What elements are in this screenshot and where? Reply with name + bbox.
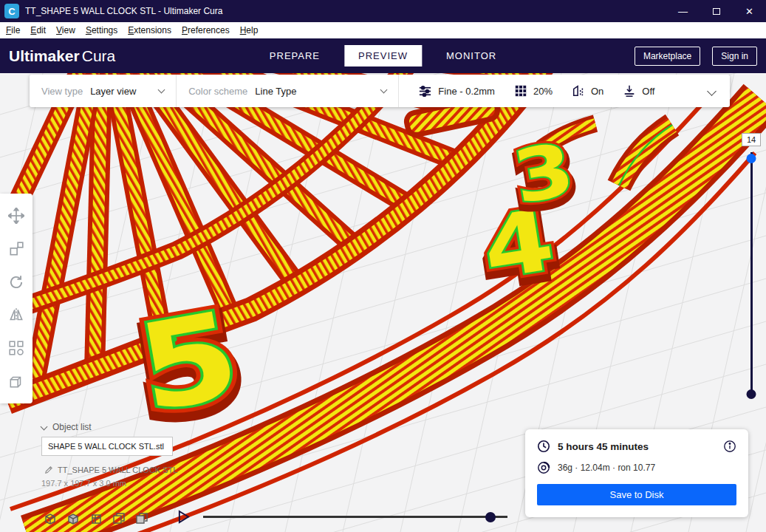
toolbar-divider [176,75,177,107]
menu-view[interactable]: View [51,25,81,35]
print-summary-card: 5 hours 45 minutes 36g · 12.04m · ron 10… [525,429,748,517]
view-type-value: Layer view [90,86,136,97]
color-scheme-dropdown[interactable]: Line Type [255,86,386,97]
window-controls: — ✕ [666,0,766,22]
menu-settings[interactable]: Settings [81,25,123,35]
model-cube-icon-1[interactable] [43,511,58,526]
model-copy-icon-2[interactable] [134,511,149,526]
object-list-item[interactable]: SHAPE 5 WALL CLOCK STL.stl [41,437,173,456]
menu-edit[interactable]: Edit [25,25,51,35]
pencil-icon[interactable] [44,466,53,474]
infill-value: 20% [533,86,553,97]
view-options-toolbar: View type Layer view Color scheme Line T… [30,75,730,107]
toolbar-divider [398,75,399,107]
model-tools-panel [0,194,33,403]
marketplace-button[interactable]: Marketplace [635,47,700,66]
infill-icon [514,84,527,98]
support-setting[interactable]: On [572,84,603,98]
rotate-tool-button[interactable] [8,274,24,290]
model-cube-icon-2[interactable] [66,511,81,526]
app-logo: UltimakerCura [9,47,115,65]
stage-tabs: PREPARE PREVIEW MONITOR [256,45,510,66]
print-time-estimate: 5 hours 45 minutes [558,441,716,452]
menu-help[interactable]: Help [235,25,264,35]
move-tool-button[interactable] [8,208,24,224]
signin-button[interactable]: Sign in [712,47,757,66]
logo-cura: Cura [82,47,116,64]
model-cube-icon-3[interactable] [89,511,103,526]
layer-slider-lower-handle[interactable] [747,389,756,399]
adhesion-icon [623,84,636,98]
profile-value: Fine - 0.2mm [438,86,495,97]
per-model-settings-button[interactable] [8,340,24,356]
tab-prepare[interactable]: PREPARE [256,45,334,66]
maximize-button[interactable] [700,0,733,22]
adhesion-value: Off [642,86,654,97]
menu-file[interactable]: File [1,25,25,35]
material-estimate: 36g · 12.04m · ron 10.77 [558,463,655,473]
color-scheme-label: Color scheme [188,86,247,97]
close-button[interactable]: ✕ [733,0,766,22]
minimize-button[interactable]: — [666,0,700,22]
object-list-panel: Object list SHAPE 5 WALL CLOCK STL.stl T… [41,422,177,488]
chevron-down-icon [41,423,48,430]
support-value: On [591,86,603,97]
object-list-label: Object list [52,422,92,432]
print-settings-expand-button[interactable] [701,86,715,97]
3d-viewport[interactable]: 5 4 3 [0,73,766,532]
color-scheme-value: Line Type [255,86,296,97]
window-title: TT_SHAPE 5 WALL CLOCK STL - Ultimaker Cu… [25,6,666,16]
header: UltimakerCura PREPARE PREVIEW MONITOR Ma… [0,38,766,73]
layer-slider-track[interactable] [750,152,753,395]
model-name-row: TT_SHAPE 5 WALL CLOCK STL [44,466,177,474]
chevron-down-icon [380,86,388,93]
save-to-disk-button[interactable]: Save to Disk [537,484,736,505]
info-icon[interactable] [723,440,736,453]
support-icon [572,84,585,98]
adhesion-setting[interactable]: Off [623,84,654,98]
chevron-down-icon [158,86,165,93]
model-name: TT_SHAPE 5 WALL CLOCK STL [58,466,177,474]
mirror-tool-button[interactable] [8,307,24,323]
tab-preview[interactable]: PREVIEW [344,45,422,66]
header-right: Marketplace Sign in [635,47,757,66]
model-copy-icon-1[interactable] [112,511,126,526]
clock-icon [537,440,550,453]
logo-ultimaker: Ultimaker [9,47,80,64]
view-type-label: View type [41,86,83,97]
layer-slider-upper-handle[interactable] [747,154,756,163]
menu-extensions[interactable]: Extensions [123,25,177,35]
play-button[interactable] [177,510,190,524]
maximize-icon [713,8,720,15]
cura-app-icon: C [4,4,19,18]
scale-tool-button[interactable] [8,241,24,257]
support-blocker-button[interactable] [8,373,24,389]
simulation-timeline-slider[interactable] [203,516,507,518]
menu-preferences[interactable]: Preferences [177,25,235,35]
titlebar: C TT_SHAPE 5 WALL CLOCK STL - Ultimaker … [0,0,766,22]
cura-app-icon-letter: C [8,6,15,17]
chevron-down-icon [707,86,717,96]
profile-sliders-icon [418,84,432,98]
bottom-model-icons [43,511,149,526]
object-list-item-name: SHAPE 5 WALL CLOCK STL.stl [48,442,164,451]
filament-spool-icon [537,461,550,474]
model-dimensions: 197.7 x 197.7 x 3.0 mm [41,479,177,488]
infill-setting[interactable]: 20% [514,84,553,98]
layer-slider: 14 [741,133,762,396]
tab-monitor[interactable]: MONITOR [432,45,510,66]
object-list-toggle[interactable]: Object list [41,422,177,432]
print-profile-setting[interactable]: Fine - 0.2mm [418,84,495,98]
view-type-dropdown[interactable]: Layer view [90,86,164,97]
simulation-controls [177,510,507,524]
simulation-slider-handle[interactable] [485,512,496,522]
menubar: File Edit View Settings Extensions Prefe… [0,22,766,38]
layer-number-badge: 14 [742,133,761,146]
